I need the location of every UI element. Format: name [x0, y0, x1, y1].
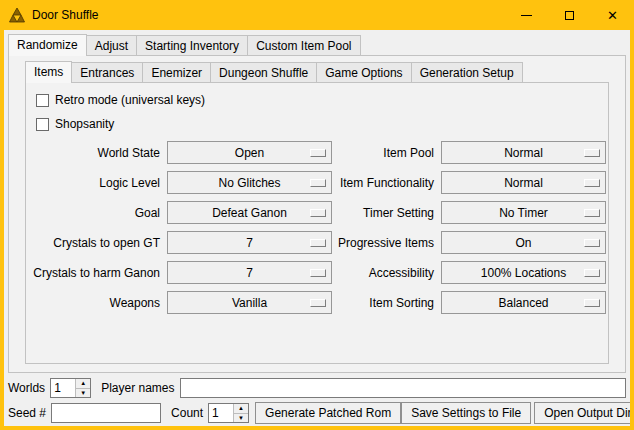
item-functionality-label: Item Functionality	[337, 176, 436, 190]
dropdown-indicator-icon	[584, 179, 600, 187]
retro-mode-checkbox[interactable]: Retro mode (universal keys)	[36, 91, 608, 109]
worlds-input[interactable]	[51, 379, 75, 397]
tab-adjust[interactable]: Adjust	[86, 35, 137, 55]
accessibility-value: 100% Locations	[481, 266, 566, 280]
dropdown-indicator-icon	[310, 209, 326, 217]
item-sorting-label: Item Sorting	[337, 296, 436, 310]
dropdown-indicator-icon	[310, 239, 326, 247]
item-pool-label: Item Pool	[337, 146, 436, 160]
accessibility-dropdown[interactable]: 100% Locations	[441, 261, 606, 284]
inner-tab-bar: Items Entrances Enemizer Dungeon Shuffle…	[25, 60, 609, 82]
maximize-button[interactable]	[548, 0, 591, 30]
close-button[interactable]: ✕	[591, 0, 634, 30]
tab-dungeon-shuffle[interactable]: Dungeon Shuffle	[210, 62, 317, 82]
dropdown-indicator-icon	[584, 209, 600, 217]
goal-dropdown[interactable]: Defeat Ganon	[167, 201, 332, 224]
item-pool-dropdown[interactable]: Normal	[441, 141, 606, 164]
checkbox-box-icon	[36, 94, 49, 107]
dropdown-indicator-icon	[310, 149, 326, 157]
minimize-icon	[521, 15, 532, 16]
dropdown-indicator-icon	[584, 269, 600, 277]
timer-setting-label: Timer Setting	[337, 206, 436, 220]
progressive-items-label: Progressive Items	[337, 236, 436, 250]
item-functionality-value: Normal	[504, 176, 543, 190]
world-state-value: Open	[235, 146, 264, 160]
window: Door Shuffle ✕ Randomize Adjust Starting…	[0, 0, 634, 430]
options-grid: World State Open Item Pool Normal Logic …	[28, 141, 606, 314]
weapons-value: Vanilla	[232, 296, 267, 310]
dropdown-indicator-icon	[584, 299, 600, 307]
tab-items[interactable]: Items	[25, 61, 72, 83]
progressive-items-dropdown[interactable]: On	[441, 231, 606, 254]
worlds-spin-buttons: ▲ ▼	[75, 379, 90, 397]
worlds-spinbox: ▲ ▼	[50, 378, 91, 398]
shopsanity-checkbox[interactable]: Shopsanity	[36, 115, 608, 133]
logic-level-label: Logic Level	[28, 176, 162, 190]
spin-down-icon[interactable]: ▼	[76, 388, 90, 398]
count-spin-buttons: ▲ ▼	[233, 404, 248, 422]
worlds-label: Worlds	[8, 381, 45, 395]
world-state-dropdown[interactable]: Open	[167, 141, 332, 164]
close-icon: ✕	[607, 9, 618, 22]
logic-level-dropdown[interactable]: No Glitches	[167, 171, 332, 194]
weapons-dropdown[interactable]: Vanilla	[167, 291, 332, 314]
randomize-notebook: Items Entrances Enemizer Dungeon Shuffle…	[25, 60, 609, 364]
crystals-open-gt-dropdown[interactable]: 7	[167, 231, 332, 254]
window-controls: ✕	[505, 0, 634, 30]
generate-row: Seed # Count ▲ ▼ Generate Patched Rom Sa…	[8, 402, 626, 424]
spin-up-icon[interactable]: ▲	[234, 404, 248, 413]
crystals-harm-ganon-value: 7	[246, 266, 253, 280]
item-sorting-value: Balanced	[498, 296, 548, 310]
multiworld-row: Worlds ▲ ▼ Player names	[8, 377, 626, 399]
spin-down-icon[interactable]: ▼	[234, 413, 248, 423]
goal-label: Goal	[28, 206, 162, 220]
timer-setting-dropdown[interactable]: No Timer	[441, 201, 606, 224]
tab-generation-setup[interactable]: Generation Setup	[411, 62, 523, 82]
outer-tab-bar: Randomize Adjust Starting Inventory Cust…	[8, 33, 626, 55]
randomize-pane: Items Entrances Enemizer Dungeon Shuffle…	[8, 55, 626, 373]
save-settings-button[interactable]: Save Settings to File	[401, 402, 531, 424]
spin-up-icon[interactable]: ▲	[76, 379, 90, 388]
dropdown-indicator-icon	[310, 269, 326, 277]
item-sorting-dropdown[interactable]: Balanced	[441, 291, 606, 314]
progressive-items-value: On	[515, 236, 531, 250]
dropdown-indicator-icon	[584, 239, 600, 247]
items-pane: Retro mode (universal keys) Shopsanity W…	[25, 82, 609, 364]
minimize-button[interactable]	[505, 0, 548, 30]
app-icon	[9, 7, 25, 23]
dropdown-indicator-icon	[310, 299, 326, 307]
accessibility-label: Accessibility	[337, 266, 436, 280]
logic-level-value: No Glitches	[218, 176, 280, 190]
goal-value: Defeat Ganon	[212, 206, 287, 220]
window-title: Door Shuffle	[32, 8, 99, 22]
item-functionality-dropdown[interactable]: Normal	[441, 171, 606, 194]
count-label: Count	[171, 406, 203, 420]
player-names-input[interactable]	[180, 378, 627, 398]
tab-entrances[interactable]: Entrances	[71, 62, 143, 82]
checkbox-box-icon	[36, 118, 49, 131]
timer-setting-value: No Timer	[499, 206, 548, 220]
generate-patched-rom-button[interactable]: Generate Patched Rom	[255, 402, 401, 424]
open-output-directory-button[interactable]: Open Output Directory	[534, 402, 630, 424]
tab-game-options[interactable]: Game Options	[316, 62, 411, 82]
seed-input[interactable]	[51, 403, 161, 423]
tab-starting-inventory[interactable]: Starting Inventory	[136, 35, 248, 55]
world-state-label: World State	[28, 146, 162, 160]
count-input[interactable]	[209, 404, 233, 422]
tab-randomize[interactable]: Randomize	[8, 34, 87, 56]
titlebar: Door Shuffle ✕	[0, 0, 634, 30]
item-pool-value: Normal	[504, 146, 543, 160]
player-names-label: Player names	[101, 381, 174, 395]
main-notebook: Randomize Adjust Starting Inventory Cust…	[8, 33, 626, 373]
dropdown-indicator-icon	[584, 149, 600, 157]
tab-custom-item-pool[interactable]: Custom Item Pool	[247, 35, 360, 55]
tab-enemizer[interactable]: Enemizer	[142, 62, 211, 82]
maximize-icon	[565, 11, 574, 20]
dropdown-indicator-icon	[310, 179, 326, 187]
client-area: Randomize Adjust Starting Inventory Cust…	[4, 30, 630, 426]
retro-mode-label: Retro mode (universal keys)	[55, 93, 205, 107]
count-spinbox: ▲ ▼	[208, 403, 249, 423]
crystals-open-gt-value: 7	[246, 236, 253, 250]
crystals-open-gt-label: Crystals to open GT	[28, 236, 162, 250]
crystals-harm-ganon-dropdown[interactable]: 7	[167, 261, 332, 284]
